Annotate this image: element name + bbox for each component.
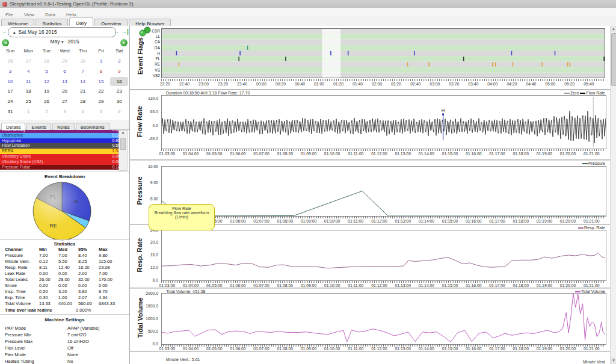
next-day-button[interactable]: →	[113, 28, 119, 35]
event-list-scrollbar[interactable]: ▲	[119, 130, 128, 171]
calendar-day-4[interactable]: 4	[19, 67, 37, 76]
calendar-day-31[interactable]: 31	[1, 107, 19, 116]
event-row-obstructive[interactable]: Obstructive0.14	[0, 133, 119, 138]
calendar-day-22[interactable]: 22	[92, 87, 110, 96]
event-mark-OA[interactable]	[247, 46, 248, 50]
time-tick-label: 01:21:00	[584, 219, 599, 223]
vertical-scrollbar[interactable]: ▲ ▼	[610, 26, 616, 364]
calendar-day-15[interactable]: 15	[92, 77, 110, 86]
minute-vent-panel[interactable]: Minute Vent.: 5.61 Minute Vent	[130, 352, 610, 364]
event-flags-plot[interactable]	[161, 28, 605, 79]
scroll-thumb[interactable]	[611, 33, 616, 86]
calendar-day-14[interactable]: 14	[74, 77, 92, 86]
calendar-day-5[interactable]: 5	[37, 67, 55, 76]
event-mark-RE[interactable]	[428, 62, 430, 66]
event-mark-H[interactable]	[348, 51, 349, 55]
flow-rate-plot[interactable]: H	[161, 95, 606, 149]
calendar-day-8[interactable]: 8	[92, 67, 110, 76]
calendar-day-11[interactable]: 11	[19, 77, 37, 86]
calendar-day-26[interactable]: 26	[37, 97, 55, 106]
event-mark-H[interactable]	[511, 51, 513, 55]
event-flags-panel[interactable]: Event Flags CSRLLCAOAHFLREVSVS2 22:2022:…	[130, 26, 610, 89]
calendar-day-23[interactable]: 23	[110, 87, 128, 96]
title-bar[interactable]: SleepyHead v0.9.8-1-Testing OpenGL (Prof…	[0, 0, 616, 8]
calendar-day-20[interactable]: 20	[56, 87, 74, 96]
calendar-day-26[interactable]: 26	[1, 57, 19, 66]
resp-rate-plot[interactable]	[161, 230, 606, 281]
calendar-day-21[interactable]: 21	[74, 87, 92, 96]
calendar-day-30[interactable]: 30	[110, 97, 128, 106]
event-row-vibratory-snore[interactable]: Vibratory Snore0.00	[0, 154, 119, 159]
calendar-day-16[interactable]: 16	[110, 77, 128, 86]
calendar-day-6[interactable]: 6	[110, 107, 128, 116]
event-label: Obstructive	[2, 133, 23, 137]
event-mark-H[interactable]	[330, 51, 331, 55]
calendar-day-18[interactable]: 18	[19, 87, 37, 96]
event-mark-FL[interactable]	[285, 57, 286, 61]
legend-label: Pressure	[588, 161, 605, 165]
calendar-day-3[interactable]: 3	[1, 67, 19, 76]
calendar-day-6[interactable]: 6	[56, 67, 74, 76]
event-mark-FL[interactable]	[238, 57, 239, 61]
event-breakdown-pie-chart[interactable]: HREFL	[0, 180, 129, 242]
event-mark-RE[interactable]	[495, 62, 496, 66]
tidal-volume-plot[interactable]	[161, 293, 606, 345]
calendar-day-4[interactable]: 4	[74, 107, 92, 116]
calendar-day-25[interactable]: 25	[19, 97, 37, 106]
calendar-day-9[interactable]: 9	[110, 67, 128, 76]
prev-day-button[interactable]: ←	[2, 28, 8, 35]
pressure-plot[interactable]	[161, 166, 606, 217]
calendar-day-13[interactable]: 13	[56, 77, 74, 86]
calendar-day-10[interactable]: 10	[1, 77, 19, 86]
flow-rate-panel[interactable]: Duration 00:18:50 AHI 3.18 Flow Rate: 17…	[130, 90, 610, 159]
calendar-day-17[interactable]: 17	[1, 87, 19, 96]
event-mark-RE[interactable]	[570, 62, 571, 66]
calendar-day-1[interactable]: 1	[92, 57, 110, 66]
next-month-button[interactable]: ▸	[120, 39, 128, 46]
scroll-down-button[interactable]: ▼	[611, 357, 616, 364]
calendar-day-1[interactable]: 1	[19, 107, 37, 116]
time-tick-label: 01:03:00	[159, 347, 175, 351]
event-mark-H[interactable]	[555, 51, 556, 55]
calendar-day-24[interactable]: 24	[1, 97, 19, 106]
event-list-scroll-thumb[interactable]	[120, 138, 126, 150]
calendar-day-2[interactable]: 2	[37, 107, 55, 116]
event-mark-RE[interactable]	[542, 62, 543, 66]
resp-rate-panel[interactable]: Resp. Rate: 12.47 Resp. Rate Resp. Rate …	[130, 225, 610, 288]
calendar-day-28[interactable]: 28	[37, 57, 55, 66]
stat-value: 560.00	[78, 301, 92, 307]
calendar-day-29[interactable]: 29	[56, 57, 74, 66]
event-row-hypopnea[interactable]: Hypopnea0.98	[0, 138, 119, 144]
calendar-day-2[interactable]: 2	[110, 57, 128, 66]
calendar-day-29[interactable]: 29	[92, 97, 110, 106]
event-mark-FL[interactable]	[603, 57, 605, 61]
event-mark-H[interactable]	[176, 51, 177, 55]
prev-month-button[interactable]: ◂	[2, 39, 9, 46]
last-day-button[interactable]: →|	[121, 28, 129, 35]
event-mark-RE[interactable]	[513, 62, 514, 66]
event-mark-H[interactable]	[414, 51, 415, 55]
event-mark-RE[interactable]	[492, 62, 493, 66]
event-mark-RE[interactable]	[407, 62, 408, 66]
calendar-day-27[interactable]: 27	[19, 57, 37, 66]
calendar-day-5[interactable]: 5	[92, 107, 110, 116]
event-mark-FL[interactable]	[463, 57, 464, 61]
event-row-vibratory-snore-vs2-[interactable]: Vibratory Snore (VS2)0.00	[0, 159, 119, 165]
calendar-day-28[interactable]: 28	[74, 97, 92, 106]
tidal-volume-panel[interactable]: Tidal Volume: 451.58 Tidal Volume Tidal …	[130, 289, 610, 351]
calendar-day-19[interactable]: 19	[37, 87, 55, 96]
calendar-day-12[interactable]: 12	[37, 77, 55, 86]
event-row-rera[interactable]: RERA1.54	[0, 149, 119, 154]
scroll-up-button[interactable]: ▲	[611, 26, 616, 32]
event-mark-RE[interactable]	[567, 62, 568, 66]
event-mark-H[interactable]	[239, 51, 241, 55]
calendar-day-30[interactable]: 30	[74, 57, 92, 66]
calendar-day-7[interactable]: 7	[74, 67, 92, 76]
event-row-pressure-pulse[interactable]: Pressure Pulse0.14	[0, 165, 119, 170]
event-mark-RE[interactable]	[179, 62, 180, 66]
calendar-day-27[interactable]: 27	[56, 97, 74, 106]
calendar-day-3[interactable]: 3	[56, 107, 74, 116]
event-row-flow-limitation[interactable]: Flow Limitation0.56	[0, 143, 119, 149]
date-picker-expander[interactable]: ▴Sat May 16 2015	[8, 27, 116, 37]
month-dropdown[interactable]: May ▾	[51, 39, 64, 45]
